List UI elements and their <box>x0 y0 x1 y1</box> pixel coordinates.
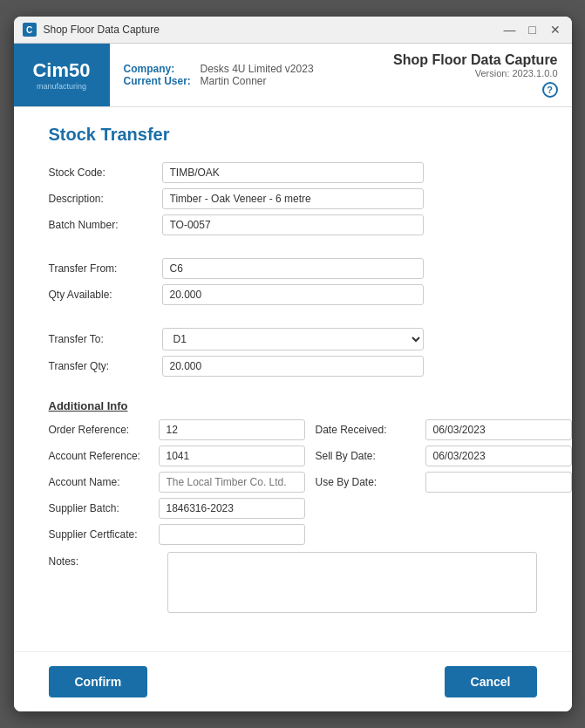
main-form-section: Stock Code: Description: Batch Number: <box>49 162 537 235</box>
user-value: Martin Conner <box>201 75 267 87</box>
qty-available-label: Qty Available: <box>49 289 162 301</box>
batch-number-row: Batch Number: <box>49 214 537 235</box>
additional-right-col: Date Received: Sell By Date: Use By Date… <box>316 419 572 545</box>
transfer-to-label: Transfer To: <box>49 333 162 345</box>
additional-columns: Order Reference: Account Reference: Acco… <box>49 419 537 545</box>
supplier-batch-input[interactable] <box>159 498 305 519</box>
supplier-cert-label: Supplier Certficate: <box>49 528 153 541</box>
title-bar: C Shop Floor Data Capture — □ ✕ <box>14 17 572 44</box>
account-name-input[interactable] <box>159 472 305 493</box>
stock-code-row: Stock Code: <box>49 162 537 183</box>
transfer-to-row: Transfer To: D1 <box>49 328 537 350</box>
page-title: Stock Transfer <box>49 125 537 145</box>
order-ref-input[interactable] <box>159 419 305 440</box>
supplier-cert-input[interactable] <box>159 524 305 545</box>
sell-by-label: Sell By Date: <box>316 450 420 462</box>
account-ref-row: Account Reference: <box>49 446 305 466</box>
supplier-batch-label: Supplier Batch: <box>49 502 153 514</box>
date-received-label: Date Received: <box>316 424 420 436</box>
description-input[interactable] <box>162 188 424 209</box>
user-label: Current User: <box>124 75 194 87</box>
notes-row: Notes: <box>49 552 537 613</box>
cancel-button[interactable]: Cancel <box>445 666 537 697</box>
logo-text: Cim50 <box>32 59 90 82</box>
transfer-to-section: Transfer To: D1 Transfer Qty: <box>49 328 537 377</box>
description-row: Description: <box>49 188 537 209</box>
sell-by-input[interactable] <box>425 446 572 466</box>
additional-left-col: Order Reference: Account Reference: Acco… <box>49 419 305 545</box>
title-bar-left: C Shop Floor Data Capture <box>23 23 160 37</box>
notes-label: Notes: <box>49 552 162 568</box>
order-ref-label: Order Reference: <box>49 424 153 436</box>
confirm-button[interactable]: Confirm <box>49 666 148 697</box>
stock-code-label: Stock Code: <box>49 167 162 179</box>
transfer-qty-input[interactable] <box>162 356 424 377</box>
footer: Confirm Cancel <box>14 651 572 711</box>
company-row: Company: Desks 4U Limited v2023 <box>124 63 314 75</box>
app-title-block: Shop Floor Data Capture Version: 2023.1.… <box>379 44 571 106</box>
app-header: Cim50 manufacturing Company: Desks 4U Li… <box>14 44 572 107</box>
additional-info-heading: Additional Info <box>49 399 537 412</box>
app-title: Shop Floor Data Capture <box>393 52 557 68</box>
sell-by-row: Sell By Date: <box>316 446 572 466</box>
close-button[interactable]: ✕ <box>548 22 563 37</box>
date-received-row: Date Received: <box>316 419 572 440</box>
transfer-from-row: Transfer From: <box>49 258 537 279</box>
title-bar-title: Shop Floor Data Capture <box>44 24 160 36</box>
transfer-qty-label: Transfer Qty: <box>49 360 162 372</box>
logo-block: Cim50 manufacturing <box>14 44 110 106</box>
use-by-row: Use By Date: <box>316 472 572 493</box>
transfer-to-select[interactable]: D1 <box>162 328 424 350</box>
transfer-from-section: Transfer From: Qty Available: <box>49 258 537 305</box>
company-label: Company: <box>124 63 194 75</box>
minimize-button[interactable]: — <box>502 22 518 37</box>
account-ref-label: Account Reference: <box>49 450 153 462</box>
help-icon[interactable]: ? <box>542 82 558 98</box>
order-ref-row: Order Reference: <box>49 419 305 440</box>
company-value: Desks 4U Limited v2023 <box>201 63 314 75</box>
maximize-button[interactable]: □ <box>525 22 541 37</box>
content-area: Stock Transfer Stock Code: Description: … <box>14 107 572 644</box>
account-name-row: Account Name: <box>49 472 305 493</box>
stock-code-input[interactable] <box>162 162 424 183</box>
user-row: Current User: Martin Conner <box>124 75 314 87</box>
transfer-from-input[interactable] <box>162 258 424 279</box>
batch-number-input[interactable] <box>162 214 424 235</box>
transfer-qty-row: Transfer Qty: <box>49 356 537 377</box>
supplier-batch-row: Supplier Batch: <box>49 498 305 519</box>
qty-available-row: Qty Available: <box>49 284 537 305</box>
account-name-label: Account Name: <box>49 476 153 488</box>
batch-number-label: Batch Number: <box>49 219 162 231</box>
description-label: Description: <box>49 193 162 205</box>
notes-textarea[interactable] <box>167 552 537 613</box>
logo-sub: manufacturing <box>32 82 90 91</box>
use-by-label: Use By Date: <box>316 476 420 488</box>
qty-available-input[interactable] <box>162 284 424 305</box>
use-by-input[interactable] <box>425 472 572 493</box>
window-controls: — □ ✕ <box>502 22 563 37</box>
main-window: C Shop Floor Data Capture — □ ✕ Cim50 ma… <box>14 17 572 711</box>
app-icon: C <box>23 23 37 37</box>
account-ref-input[interactable] <box>159 446 305 466</box>
supplier-cert-row: Supplier Certficate: <box>49 524 305 545</box>
app-version: Version: 2023.1.0.0 <box>393 68 557 78</box>
additional-info-section: Additional Info Order Reference: Account… <box>49 399 537 613</box>
date-received-input[interactable] <box>425 419 572 440</box>
company-info: Company: Desks 4U Limited v2023 Current … <box>110 44 328 106</box>
transfer-from-label: Transfer From: <box>49 262 162 275</box>
